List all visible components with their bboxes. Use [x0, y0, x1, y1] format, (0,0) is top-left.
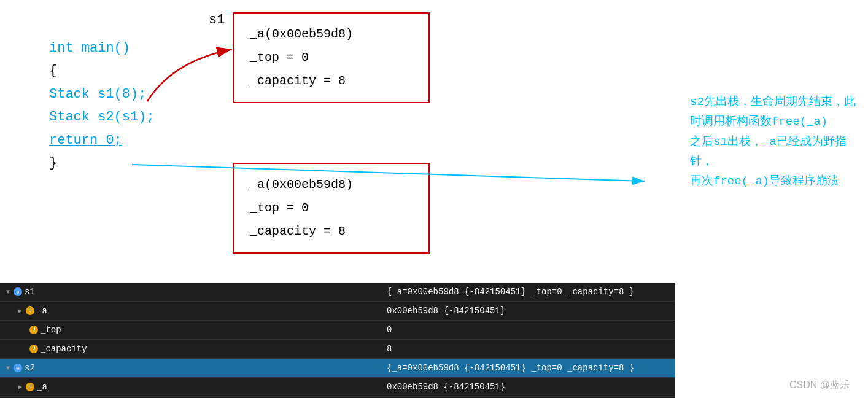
label-s1: s1 — [209, 12, 225, 28]
keyword-int: int main() — [49, 41, 130, 56]
varname-s1: s1 — [25, 287, 35, 297]
expand-icon-s1: ▼ — [6, 289, 10, 295]
debug-row-s1[interactable]: ▼ ⊕ s1 {_a=0x00eb59d8 {-842150451} _top=… — [0, 283, 675, 302]
code-line-2: { — [49, 60, 155, 82]
code-brace-close: } — [49, 155, 57, 171]
varname-s1-cap: _capacity — [41, 344, 87, 354]
varname-s1-top: _top — [41, 325, 61, 335]
code-line-4: Stack s2(s1); — [49, 106, 155, 128]
s2-line3: _capacity = 8 — [250, 220, 413, 243]
icon-s2-a: θ — [26, 383, 34, 391]
code-line-3: Stack s1(8); — [49, 83, 155, 106]
debug-row-s1-a[interactable]: ▶ θ _a 0x00eb59d8 {-842150451} — [0, 302, 675, 321]
expand-icon-s1-top — [18, 327, 26, 334]
varname-s1-a: _a — [37, 306, 47, 316]
code-stack-s1: Stack s1(8); — [49, 87, 146, 102]
code-line-6: } — [49, 152, 155, 174]
annotation: s2先出栈，生命周期先结束，此时调用析构函数free(_a)之后s1出栈，_a已… — [690, 92, 856, 191]
icon-s1: ⊕ — [14, 287, 22, 296]
varname-s2-a: _a — [37, 382, 47, 392]
stack-box-s1: _a(0x00eb59d8) _top = 0 _capacity = 8 — [233, 12, 430, 103]
watermark: CSDN @蓝乐 — [789, 379, 850, 392]
s2-line1: _a(0x00eb59d8) — [250, 173, 413, 197]
varname-s2: s2 — [25, 363, 35, 373]
icon-s1-a: θ — [26, 306, 34, 315]
value-s1: {_a=0x00eb59d8 {-842150451} _top=0 _capa… — [381, 287, 675, 297]
value-s2-a: 0x00eb59d8 {-842150451} — [381, 382, 675, 392]
icon-s1-top: θ — [29, 326, 38, 334]
expand-icon-s1-cap — [18, 346, 26, 353]
s1-line3: _capacity = 8 — [250, 69, 413, 93]
value-s1-top: 0 — [381, 325, 675, 335]
debug-row-s1-cap[interactable]: θ _capacity 8 — [0, 340, 675, 359]
s1-line1: _a(0x00eb59d8) — [250, 23, 413, 46]
debug-row-s2[interactable]: ▼ ⊕ s2 {_a=0x00eb59d8 {-842150451} _top=… — [0, 359, 675, 378]
code-section: int main() { Stack s1(8); Stack s2(s1); … — [49, 37, 155, 174]
expand-icon-s2: ▼ — [6, 365, 10, 372]
debug-row-s2-a[interactable]: ▶ θ _a 0x00eb59d8 {-842150451} — [0, 378, 675, 397]
code-brace-open: { — [49, 63, 57, 79]
main-area: int main() { Stack s1(8); Stack s2(s1); … — [0, 0, 868, 283]
expand-icon-s1-a: ▶ — [18, 307, 22, 314]
debug-row-s1-top[interactable]: θ _top 0 — [0, 321, 675, 340]
icon-s2: ⊕ — [14, 364, 22, 372]
code-line-5: return 0; — [49, 129, 155, 152]
code-return: return 0; — [49, 133, 122, 148]
value-s1-a: 0x00eb59d8 {-842150451} — [381, 306, 675, 316]
s2-line2: _top = 0 — [250, 197, 413, 220]
icon-s1-cap: θ — [29, 345, 38, 353]
debug-panel: ▼ ⊕ s1 {_a=0x00eb59d8 {-842150451} _top=… — [0, 283, 675, 398]
stack-box-s2: _a(0x00eb59d8) _top = 0 _capacity = 8 — [233, 163, 430, 254]
value-s2: {_a=0x00eb59d8 {-842150451} _top=0 _capa… — [381, 363, 675, 373]
code-line-1: int main() — [49, 37, 155, 60]
expand-icon-s2-a: ▶ — [18, 383, 22, 391]
code-stack-s2: Stack s2(s1); — [49, 109, 155, 125]
annotation-text: s2先出栈，生命周期先结束，此时调用析构函数free(_a)之后s1出栈，_a已… — [690, 95, 856, 188]
s1-line2: _top = 0 — [250, 46, 413, 69]
value-s1-cap: 8 — [381, 344, 675, 354]
